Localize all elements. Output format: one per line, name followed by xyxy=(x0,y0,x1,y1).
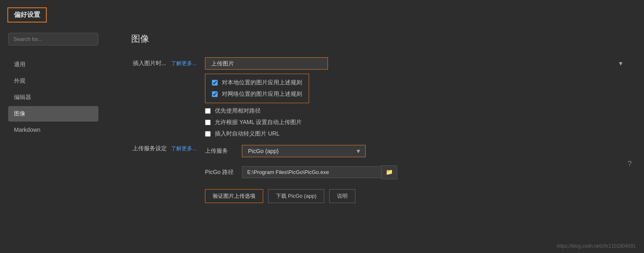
upload-service-row: 上传服务 PicGo (app) PicGo-Core (command lin… xyxy=(205,145,628,157)
checkbox-relative[interactable] xyxy=(205,108,211,114)
checkbox-escape[interactable] xyxy=(205,131,211,137)
sidebar-item-image[interactable]: 图像 xyxy=(8,106,98,122)
validate-upload-button[interactable]: 验证图片上传选项 xyxy=(205,189,263,203)
checkbox-yaml[interactable] xyxy=(205,120,211,125)
learn-more-link-2[interactable]: 了解更多... xyxy=(171,145,197,151)
upload-action-select[interactable]: 上传图片 复制到文件夹 无特殊操作 xyxy=(205,57,328,70)
checkbox-group-highlighted: 对本地位置的图片应用上述规则 对网络位置的图片应用上述规则 xyxy=(205,74,309,103)
instructions-button[interactable]: 说明 xyxy=(329,189,355,203)
bottom-url: https://blog.csdn.net/zfx1101804091 xyxy=(557,243,636,249)
sidebar-item-editor[interactable]: 编辑器 xyxy=(8,90,98,105)
select-arrow-icon: ▼ xyxy=(618,60,624,67)
checkbox-network-item[interactable]: 对网络位置的图片应用上述规则 xyxy=(212,90,302,98)
checkbox-yaml-item[interactable]: 允许根据 YAML 设置自动上传图片 xyxy=(205,119,628,126)
checkbox-relative-item[interactable]: 优先使用相对路径 xyxy=(205,107,628,115)
help-icon[interactable]: ? xyxy=(628,160,632,168)
checkbox-escape-item[interactable]: 插入时自动转义图片 URL xyxy=(205,130,628,138)
section-title: 图像 xyxy=(131,33,628,45)
main-content: 图像 插入图片时... 了解更多... 上传图片 复制到文件夹 无特殊操作 ▼ xyxy=(107,25,644,253)
sidebar: 通用 外观 编辑器 图像 Markdown xyxy=(0,25,107,253)
upload-service-select[interactable]: PicGo (app) PicGo-Core (command line) 自定… xyxy=(242,145,365,157)
upload-content-col: 上传服务 PicGo (app) PicGo-Core (command lin… xyxy=(205,145,628,203)
insert-label: 插入图片时... 了解更多... xyxy=(131,57,197,67)
service-select-wrapper: PicGo (app) PicGo-Core (command line) 自定… xyxy=(242,145,366,157)
checkbox-network[interactable] xyxy=(212,91,218,97)
picgo-path-input[interactable] xyxy=(242,166,381,178)
upload-service-section: 上传服务设定 了解更多... 上传服务 PicGo (app) PicGo-Co… xyxy=(131,145,628,203)
checkbox-local[interactable] xyxy=(212,80,218,86)
insert-image-row: 插入图片时... 了解更多... 上传图片 复制到文件夹 无特殊操作 ▼ xyxy=(131,57,628,138)
upload-dropdown-wrapper: 上传图片 复制到文件夹 无特殊操作 ▼ xyxy=(205,57,628,70)
search-input[interactable] xyxy=(8,33,98,45)
download-picgo-button[interactable]: 下载 PicGo (app) xyxy=(268,189,324,203)
picgo-path-row: PicGo 路径 📁 xyxy=(205,165,628,179)
sidebar-item-general[interactable]: 通用 xyxy=(8,57,98,72)
picgo-path-label: PicGo 路径 xyxy=(205,169,238,176)
learn-more-link-1[interactable]: 了解更多... xyxy=(171,60,197,66)
checkbox-local-item[interactable]: 对本地位置的图片应用上述规则 xyxy=(212,79,302,86)
service-name-label: 上传服务 xyxy=(205,147,238,155)
preferences-title: 偏好设置 xyxy=(7,7,47,23)
sidebar-item-markdown[interactable]: Markdown xyxy=(8,122,98,137)
path-input-row: 📁 xyxy=(242,165,397,179)
upload-service-label: 上传服务设定 xyxy=(132,145,167,151)
action-buttons-row: 验证图片上传选项 下载 PicGo (app) 说明 xyxy=(205,189,628,203)
sidebar-item-appearance[interactable]: 外观 xyxy=(8,73,98,89)
insert-content: 上传图片 复制到文件夹 无特殊操作 ▼ 对本地位置的图片应用上述规则 对网络位置… xyxy=(205,57,628,138)
upload-service-label-col: 上传服务设定 了解更多... xyxy=(131,145,197,152)
folder-browse-button[interactable]: 📁 xyxy=(381,165,397,179)
